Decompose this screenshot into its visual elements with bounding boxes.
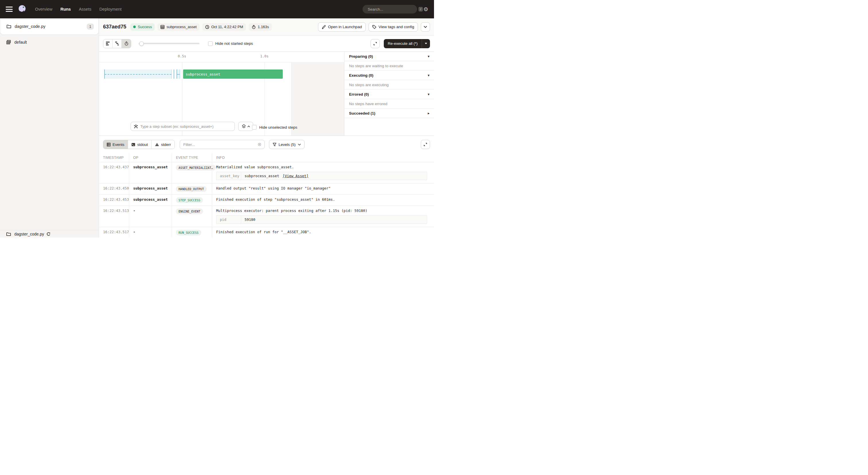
panel-empty-text: No steps have errored bbox=[349, 102, 388, 106]
run-id: 637aed75 bbox=[103, 24, 126, 30]
col-header-timestamp: TIMESTAMP bbox=[99, 153, 129, 162]
event-timestamp: 16:22:43.450 bbox=[99, 183, 129, 195]
panel-section-succeeded[interactable]: Succeeded (1) ▸ bbox=[344, 109, 434, 118]
top-nav-bar: Overview Runs Assets Deployment / ⚙ bbox=[0, 0, 434, 19]
settings-gear-icon[interactable]: ⚙ bbox=[423, 7, 428, 12]
reexecute-menu-button[interactable] bbox=[422, 39, 430, 48]
nav-link-runs[interactable]: Runs bbox=[60, 7, 71, 11]
sidebar-code-location[interactable]: dagster_code.py 1 bbox=[0, 19, 99, 35]
view-mode-waterfall-button[interactable] bbox=[113, 39, 122, 48]
gantt-zoom-slider[interactable] bbox=[138, 43, 199, 44]
hide-not-started-checkbox-row[interactable]: Hide not started steps bbox=[208, 41, 253, 46]
run-status-badge: Success bbox=[130, 23, 155, 31]
step-status-panel: Preparing (0) ▾ No steps are waiting to … bbox=[344, 52, 434, 136]
event-metadata-table: asset_key subprocess_asset[View Asset] bbox=[216, 172, 427, 180]
metadata-key: pid bbox=[216, 216, 241, 224]
event-log-table: TIMESTAMP OP EVENT TYPE INFO 16:22:43.43… bbox=[99, 153, 434, 237]
panel-section-title: Succeeded (1) bbox=[349, 111, 375, 115]
step-subset-input[interactable] bbox=[141, 124, 231, 129]
gantt-after-run-shade bbox=[291, 62, 344, 136]
main-nav-links: Overview Runs Assets Deployment bbox=[35, 7, 122, 11]
event-row[interactable]: 16:22:43.513 - ENGINE_EVENT Multiprocess… bbox=[99, 206, 434, 227]
reexecute-all-button[interactable]: Re-execute all (*) bbox=[384, 39, 422, 48]
open-in-launchpad-label: Open in Launchpad bbox=[328, 25, 362, 29]
logs-fullscreen-button[interactable] bbox=[421, 140, 430, 149]
nav-link-assets[interactable]: Assets bbox=[79, 7, 92, 11]
search-input[interactable] bbox=[368, 7, 418, 11]
log-filter-input[interactable] bbox=[183, 143, 258, 147]
view-mode-flat-button[interactable] bbox=[103, 39, 113, 48]
gantt-tick-1-0s: 1.0s bbox=[260, 54, 269, 58]
chevron-down-icon bbox=[298, 144, 301, 146]
sidebar-item-default-job[interactable]: default bbox=[0, 35, 99, 50]
levels-filter-button[interactable]: Levels (5) bbox=[269, 140, 305, 149]
event-type-badge: STEP_SUCCESS bbox=[176, 197, 203, 203]
view-mode-timed-button[interactable] bbox=[122, 39, 131, 48]
hide-unselected-label: Hide unselected steps bbox=[259, 125, 298, 129]
event-timestamp: 16:22:43.513 bbox=[99, 206, 129, 227]
tab-stdout-label: stdout bbox=[137, 143, 148, 147]
view-tags-config-button[interactable]: View tags and config bbox=[369, 22, 418, 32]
sidebar-footer-location: dagster_code.py bbox=[0, 230, 99, 237]
panel-section-preparing[interactable]: Preparing (0) ▾ bbox=[344, 52, 434, 61]
hamburger-menu-icon[interactable] bbox=[6, 7, 12, 12]
tab-stderr[interactable]: stderr bbox=[152, 140, 175, 149]
nav-link-deployment[interactable]: Deployment bbox=[99, 7, 121, 11]
pencil-icon bbox=[322, 25, 326, 29]
panel-section-title: Preparing (0) bbox=[349, 54, 373, 59]
flat-view-icon bbox=[106, 42, 110, 46]
col-header-op: OP bbox=[129, 153, 172, 162]
event-metadata-table: pid 59180 bbox=[216, 215, 427, 224]
gantt-fullscreen-button[interactable] bbox=[371, 39, 380, 48]
reexecute-split-button: Re-execute all (*) bbox=[384, 39, 430, 48]
caret-collapsed-icon: ▸ bbox=[428, 112, 429, 115]
caret-expanded-icon: ▾ bbox=[428, 92, 429, 96]
panel-empty-text: No steps are waiting to execute bbox=[349, 64, 403, 68]
timer-icon bbox=[124, 41, 129, 46]
open-in-launchpad-button[interactable]: Open in Launchpad bbox=[318, 22, 366, 32]
status-label: Success bbox=[138, 25, 152, 29]
graph-query-options-button[interactable] bbox=[238, 122, 253, 131]
log-filter-box[interactable]: ⊗ bbox=[180, 140, 265, 149]
nav-link-overview[interactable]: Overview bbox=[35, 7, 52, 11]
asset-chip[interactable]: subprocess_asset bbox=[158, 23, 199, 31]
panel-section-title: Errored (0) bbox=[349, 92, 369, 96]
job-grid-icon bbox=[6, 40, 11, 44]
event-row[interactable]: 16:22:43.450 subprocess_asset HANDLED_OU… bbox=[99, 183, 434, 195]
metadata-value-text: subprocess_asset bbox=[245, 174, 279, 178]
tab-stdout[interactable]: stdout bbox=[128, 140, 152, 149]
event-row[interactable]: 16:22:43.453 subprocess_asset STEP_SUCCE… bbox=[99, 195, 434, 206]
status-dot-icon bbox=[133, 26, 136, 28]
panel-section-errored[interactable]: Errored (0) ▾ bbox=[344, 90, 434, 99]
hide-unselected-checkbox-row[interactable]: Hide unselected steps bbox=[252, 125, 298, 129]
dagster-logo-icon[interactable] bbox=[17, 4, 27, 14]
funnel-icon bbox=[273, 143, 276, 146]
step-subset-inputbox[interactable] bbox=[131, 122, 235, 131]
warning-triangle-icon bbox=[155, 143, 159, 146]
view-asset-link[interactable]: [View Asset] bbox=[282, 174, 308, 178]
metadata-value: subprocess_asset[View Asset] bbox=[241, 172, 312, 180]
slider-thumb[interactable] bbox=[139, 41, 144, 46]
event-type-badge: HANDLED_OUTPUT bbox=[176, 186, 207, 192]
hide-unselected-checkbox[interactable] bbox=[252, 125, 257, 129]
event-row[interactable]: 16:22:43.517 - RUN_SUCCESS Finished exec… bbox=[99, 227, 434, 237]
gantt-step-bar[interactable]: subprocess_asset bbox=[183, 69, 283, 79]
reload-location-icon[interactable] bbox=[46, 232, 51, 236]
panel-section-executing[interactable]: Executing (0) ▾ bbox=[344, 71, 434, 80]
event-op: subprocess_asset bbox=[129, 195, 172, 206]
panel-section-body: No steps have errored bbox=[344, 99, 434, 109]
run-more-actions-button[interactable] bbox=[421, 22, 430, 32]
global-search[interactable]: / bbox=[363, 5, 417, 13]
job-name: default bbox=[14, 40, 27, 44]
event-row[interactable]: 16:22:43.437 subprocess_asset ASSET_MATE… bbox=[99, 162, 434, 183]
metadata-key: asset_key bbox=[216, 172, 241, 180]
run-start-time-chip: Oct 11, 4:22:42 PM bbox=[203, 23, 246, 31]
asset-table-icon bbox=[160, 25, 164, 29]
event-info-text: Multiprocess executor: parent process ex… bbox=[216, 208, 431, 213]
hide-not-started-checkbox[interactable] bbox=[208, 41, 213, 46]
tab-events[interactable]: Events bbox=[103, 140, 128, 149]
layers-icon bbox=[242, 124, 246, 129]
panel-section-body: No steps are waiting to execute bbox=[344, 61, 434, 71]
clear-filter-icon[interactable]: ⊗ bbox=[257, 142, 261, 147]
caret-down-icon bbox=[425, 43, 427, 44]
